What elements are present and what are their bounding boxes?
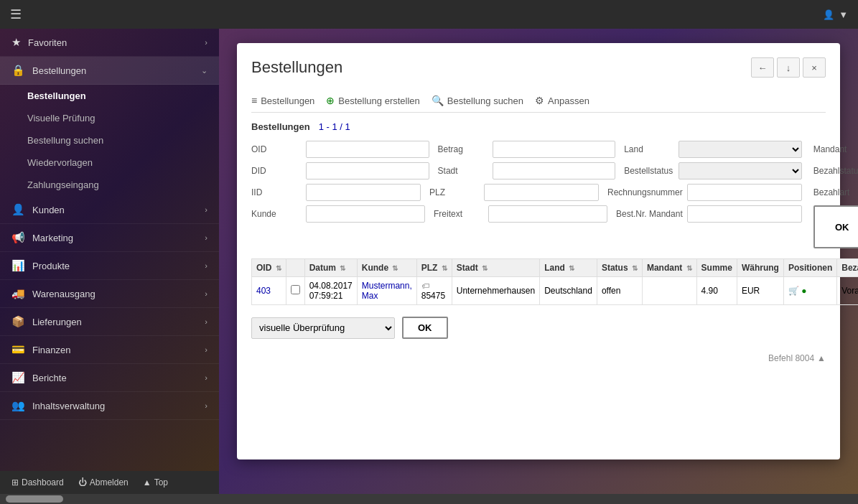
sidebar-item-kunden[interactable]: 👤 Kunden › bbox=[0, 196, 219, 224]
filter-stadt: Stadt bbox=[438, 162, 616, 179]
lock-icon: 🔒 bbox=[11, 64, 25, 77]
chevron-right-icon: › bbox=[205, 345, 207, 354]
sidebar-item-inhaltsverwaltung[interactable]: 👥 Inhaltsverwaltung › bbox=[0, 392, 219, 420]
toolbar-bestellungen-label: Bestellungen bbox=[261, 95, 314, 106]
did-label: DID bbox=[251, 166, 302, 176]
sidebar-subitem-bestellung-suchen[interactable]: Bestellung suchen bbox=[0, 129, 219, 151]
sidebar-item-label: Bestellungen bbox=[32, 65, 201, 76]
horizontal-scrollbar[interactable] bbox=[0, 494, 858, 504]
plz-input[interactable] bbox=[484, 184, 599, 201]
table-header-row: OID ⇅ Datum ⇅ Kunde ⇅ PLZ ⇅ Stadt ⇅ Land… bbox=[252, 259, 859, 277]
filter-iid: IID bbox=[251, 184, 421, 201]
sidebar-item-produkte[interactable]: 📊 Produkte › bbox=[0, 252, 219, 280]
cell-plz: 🏷 85475 bbox=[416, 277, 452, 305]
toolbar-bestellungen[interactable]: ≡ Bestellungen bbox=[251, 95, 314, 106]
filter-bezahlart: Bezahlart bbox=[813, 184, 858, 201]
bestellstatus-select[interactable] bbox=[679, 162, 802, 179]
did-input[interactable] bbox=[306, 162, 429, 179]
betrag-input[interactable] bbox=[493, 141, 616, 158]
bestnr-mandant-input[interactable] bbox=[687, 205, 802, 223]
filter-ok-button[interactable]: OK bbox=[813, 205, 858, 248]
nav-down-button[interactable]: ↓ bbox=[777, 57, 800, 78]
arrow-up-icon: ▲ bbox=[143, 477, 151, 487]
filter-form: OID Betrag Land bbox=[251, 141, 826, 248]
chevron-right-icon: › bbox=[205, 205, 207, 214]
col-stadt: Stadt ⇅ bbox=[452, 259, 539, 277]
cell-kunde: Mustermann, Max bbox=[357, 277, 416, 305]
filter-right-fields: Mandant Bezahlstatus Bezahlart bbox=[813, 141, 858, 201]
freitext-input[interactable] bbox=[488, 205, 607, 223]
sidebar-subitem-wiedervorlagen[interactable]: Wiedervorlagen bbox=[0, 151, 219, 174]
col-status: Status ⇅ bbox=[597, 259, 642, 277]
sidebar-item-favoriten[interactable]: ★ Favoriten › bbox=[0, 29, 219, 57]
truck-icon: 🚚 bbox=[11, 287, 25, 300]
toolbar-bestellung-erstellen[interactable]: ⊕ Bestellung erstellen bbox=[326, 95, 419, 106]
cell-status: offen bbox=[597, 277, 642, 305]
betrag-label: Betrag bbox=[438, 144, 488, 154]
card-icon: 💳 bbox=[11, 343, 25, 356]
filter-header: Bestellungen 1 - 1 / 1 bbox=[251, 121, 826, 132]
cell-summe: 4.90 bbox=[696, 277, 737, 305]
kunde-link[interactable]: Mustermann, Max bbox=[362, 281, 412, 301]
land-select[interactable] bbox=[679, 141, 802, 158]
sidebar-item-finanzen[interactable]: 💳 Finanzen › bbox=[0, 336, 219, 364]
sidebar-subitem-visuelle-pruefung[interactable]: Visuelle Prüfung bbox=[0, 107, 219, 129]
sidebar-item-bestellungen[interactable]: 🔒 Bestellungen ⌄ bbox=[0, 57, 219, 85]
filter-land: Land bbox=[624, 141, 802, 158]
nav-close-button[interactable]: × bbox=[803, 57, 826, 78]
sidebar-subitem-label: Bestellungen bbox=[27, 90, 86, 101]
toolbar-bestellung-suchen[interactable]: 🔍 Bestellung suchen bbox=[432, 95, 523, 106]
col-checkbox bbox=[286, 259, 304, 277]
rechnungsnummer-input[interactable] bbox=[687, 184, 802, 201]
footer-text: Befehl 8004 bbox=[768, 353, 814, 363]
action-ok-button[interactable]: OK bbox=[402, 317, 448, 339]
main-layout: ★ Favoriten › 🔒 Bestellungen ⌄ Bestellun… bbox=[0, 29, 858, 494]
sidebar-item-label: Produkte bbox=[32, 261, 205, 271]
user-icon: 👤 bbox=[823, 9, 834, 20]
sidebar-item-berichte[interactable]: 📈 Berichte › bbox=[0, 364, 219, 392]
cell-mandant bbox=[642, 277, 696, 305]
sidebar-item-marketing[interactable]: 📢 Marketing › bbox=[0, 224, 219, 252]
oid-link[interactable]: 403 bbox=[256, 286, 271, 296]
filter-right: Mandant Bezahlstatus Bezahlart OK bbox=[808, 141, 858, 248]
dashboard-icon: ⊞ bbox=[11, 477, 19, 487]
filter-mandant: Mandant bbox=[813, 141, 858, 158]
filter-kunde: Kunde bbox=[251, 205, 425, 223]
filter-left: OID Betrag Land bbox=[251, 141, 802, 248]
row-checkbox[interactable] bbox=[291, 285, 300, 294]
mandant-label: Mandant bbox=[813, 144, 858, 154]
top-link[interactable]: ▲ Top bbox=[143, 477, 168, 487]
list-icon: ≡ bbox=[251, 95, 257, 106]
oid-label: OID bbox=[251, 144, 302, 154]
cell-waehrung: EUR bbox=[737, 277, 783, 305]
iid-input[interactable] bbox=[306, 184, 421, 201]
hamburger-icon[interactable]: ☰ bbox=[10, 6, 22, 22]
toolbar-anpassen-label: Anpassen bbox=[548, 95, 589, 106]
dashboard-link[interactable]: ⊞ Dashboard bbox=[11, 477, 64, 487]
sidebar-item-lieferungen[interactable]: 📦 Lieferungen › bbox=[0, 308, 219, 336]
chevron-right-icon: › bbox=[205, 233, 207, 242]
cell-bezahlart: Vorauskasse bbox=[837, 277, 858, 305]
oid-input[interactable] bbox=[306, 141, 429, 158]
chart-icon: 📊 bbox=[11, 259, 25, 272]
user-menu[interactable]: 👤 ▼ bbox=[823, 9, 848, 20]
sidebar-subitem-zahlungseingang[interactable]: Zahlungseingang bbox=[0, 174, 219, 196]
power-icon: ⏻ bbox=[78, 477, 87, 487]
sort-mandant-icon: ⇅ bbox=[686, 264, 692, 272]
sidebar-item-label: Berichte bbox=[32, 373, 205, 383]
megaphone-icon: 📢 bbox=[11, 231, 25, 244]
nav-back-button[interactable]: ← bbox=[751, 57, 774, 78]
chevron-right-icon: › bbox=[205, 317, 207, 326]
filter-count: 1 - 1 / 1 bbox=[319, 121, 350, 132]
chevron-right-icon: › bbox=[205, 38, 207, 47]
stadt-input[interactable] bbox=[493, 162, 616, 179]
sidebar-subitem-bestellungen[interactable]: Bestellungen bbox=[0, 85, 219, 107]
toolbar-anpassen[interactable]: ⚙ Anpassen bbox=[535, 95, 589, 106]
kunde-input[interactable] bbox=[306, 205, 425, 223]
action-select[interactable]: visuelle Überprüfung bbox=[251, 317, 395, 339]
content-area: Bestellungen ← ↓ × ≡ Bestellungen ⊕ Best… bbox=[219, 29, 858, 494]
sidebar-item-warenausgang[interactable]: 🚚 Warenausgang › bbox=[0, 280, 219, 308]
person-icon: 👤 bbox=[11, 203, 25, 216]
sidebar-item-label: Lieferungen bbox=[32, 317, 205, 327]
abmelden-link[interactable]: ⏻ Abmelden bbox=[78, 477, 129, 487]
